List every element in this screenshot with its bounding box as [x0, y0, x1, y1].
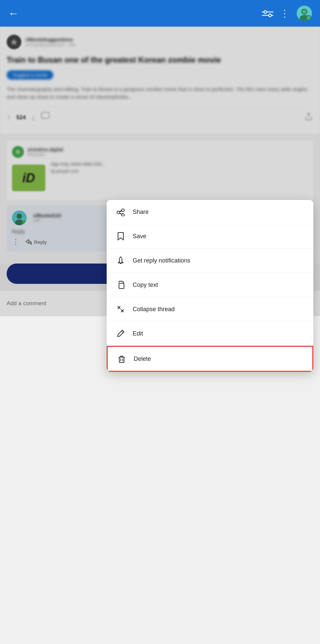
more-options-button[interactable]: ⋮ [280, 8, 290, 19]
collapse-menu-icon [116, 305, 125, 314]
menu-item-edit[interactable]: Edit [107, 322, 313, 346]
user-avatar[interactable] [297, 6, 312, 21]
top-bar: ← ⋮ [0, 0, 320, 27]
trash-menu-icon [117, 354, 126, 363]
share-menu-label: Share [133, 209, 149, 216]
notifications-menu-label: Get reply notifications [133, 257, 190, 264]
menu-item-copy[interactable]: Copy text [107, 273, 313, 297]
copy-menu-icon [116, 280, 125, 290]
menu-item-share[interactable]: Share [107, 200, 313, 224]
svg-point-9 [302, 10, 306, 14]
bell-menu-icon [116, 256, 125, 265]
pencil-icon-svg [116, 329, 125, 338]
svg-rect-15 [119, 357, 124, 362]
menu-item-collapse[interactable]: Collapse thread [107, 297, 313, 322]
filter-icon[interactable] [262, 9, 273, 17]
menu-item-delete[interactable]: Delete [107, 346, 313, 372]
menu-item-notifications[interactable]: Get reply notifications [107, 249, 313, 273]
context-menu: Share Save Get reply notifications [107, 200, 313, 372]
bell-icon-svg [116, 256, 125, 265]
menu-item-save[interactable]: Save [107, 224, 313, 249]
share-menu-icon [116, 207, 125, 217]
edit-menu-icon [116, 329, 125, 338]
back-button[interactable]: ← [8, 7, 19, 20]
bookmark-icon-svg [116, 232, 125, 241]
collapse-menu-label: Collapse thread [133, 306, 175, 313]
avatar-svg [297, 6, 312, 21]
filter-svg [262, 9, 273, 17]
svg-rect-14 [119, 283, 124, 289]
save-menu-label: Save [133, 233, 146, 240]
delete-menu-label: Delete [134, 355, 151, 362]
svg-point-0 [264, 11, 267, 13]
share-icon-svg [116, 208, 125, 216]
edit-menu-label: Edit [133, 330, 143, 337]
copy-icon-svg [116, 281, 125, 289]
svg-point-3 [269, 14, 271, 17]
collapse-icon-svg [116, 305, 125, 314]
save-menu-icon [116, 232, 125, 241]
copy-menu-label: Copy text [133, 282, 158, 289]
trash-icon-svg [117, 354, 126, 363]
